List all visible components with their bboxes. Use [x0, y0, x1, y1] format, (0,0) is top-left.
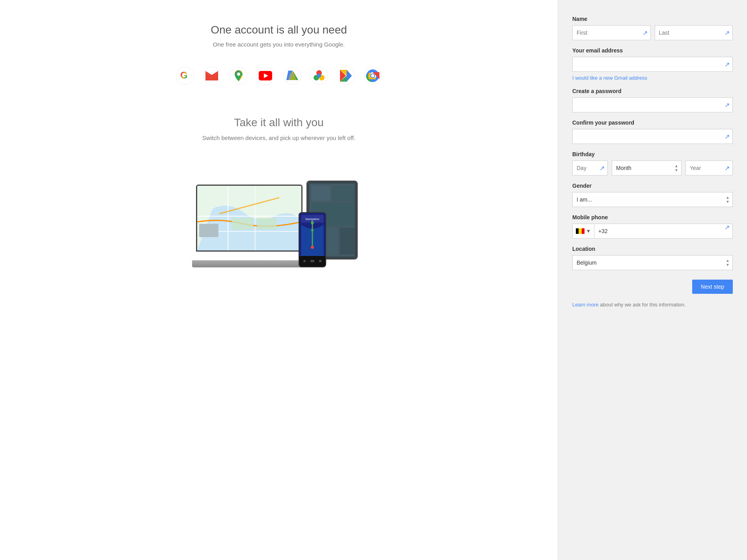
laptop-map-display — [197, 186, 301, 250]
birthday-label: Birthday — [572, 151, 733, 157]
maps-icon — [230, 67, 248, 85]
svg-rect-36 — [332, 186, 355, 201]
svg-point-23 — [371, 74, 374, 77]
location-label: Location — [572, 246, 733, 252]
product-icons-row: G G — [176, 67, 382, 85]
confirm-password-group: Confirm your password ↗ — [572, 119, 733, 144]
laptop-base — [192, 260, 306, 267]
birthday-month-select[interactable]: Month January February March April May J… — [612, 161, 682, 175]
main-subheadline: One free account gets you into everythin… — [213, 41, 345, 48]
svg-rect-31 — [199, 224, 218, 237]
left-panel: One account is all you need One free acc… — [0, 0, 558, 560]
name-label: Name — [572, 16, 733, 22]
photos-icon — [310, 67, 328, 85]
svg-rect-35 — [312, 186, 331, 201]
first-name-wrapper: ↗ — [572, 25, 651, 40]
password-input[interactable] — [572, 97, 733, 112]
phone-screen: Navigation — [299, 213, 325, 256]
name-group: Name ↗ ↗ — [572, 16, 733, 40]
confirm-password-input[interactable] — [572, 129, 733, 144]
phone-row: ▼ ↗ — [572, 224, 733, 239]
secondary-subheadline: Switch between devices, and pick up wher… — [202, 134, 355, 141]
email-input[interactable] — [572, 57, 733, 72]
gender-label: Gender — [572, 183, 733, 189]
chrome-icon — [364, 67, 382, 85]
location-group: Location Belgium France Germany United S… — [572, 246, 733, 270]
password-group: Create a password ↗ — [572, 88, 733, 112]
play-store-icon — [337, 67, 355, 85]
belgium-flag-icon — [576, 228, 585, 234]
next-step-button[interactable]: Next step — [692, 280, 733, 294]
flag-yellow-stripe — [579, 228, 581, 234]
flag-black-stripe — [576, 228, 579, 234]
youtube-icon — [256, 67, 275, 85]
next-step-row: Next step — [572, 280, 733, 294]
gmail-icon — [203, 67, 221, 85]
gender-group: Gender I am... Male Female Other ▲ ▼ — [572, 183, 733, 207]
birthday-day-input[interactable] — [572, 161, 608, 175]
drive-icon — [283, 67, 301, 85]
country-selector-button[interactable]: ▼ — [572, 224, 594, 239]
phone-device: Navigation — [299, 212, 326, 267]
footer-info: Learn more about why we ask for this inf… — [572, 302, 733, 308]
name-row: ↗ ↗ — [572, 25, 733, 40]
google-g-icon: G G — [176, 67, 194, 85]
laptop-screen — [196, 185, 303, 252]
birthday-year-wrapper: ↗ — [685, 161, 733, 175]
secondary-headline: Take it all with you — [234, 116, 323, 129]
phone-number-input[interactable] — [594, 224, 733, 239]
flag-red-stripe — [582, 228, 585, 234]
location-wrapper: Belgium France Germany United States Uni… — [572, 255, 733, 270]
gmail-link[interactable]: I would like a new Gmail address — [572, 75, 733, 81]
laptop-device — [196, 185, 314, 267]
birthday-year-input[interactable] — [685, 161, 733, 175]
last-name-input[interactable] — [655, 25, 733, 40]
svg-text:Navigation: Navigation — [305, 217, 319, 221]
last-name-wrapper: ↗ — [655, 25, 733, 40]
gender-select[interactable]: I am... Male Female Other — [572, 192, 733, 207]
birthday-row: ↗ Month January February March April May… — [572, 161, 733, 175]
password-label: Create a password — [572, 88, 733, 94]
birthday-group: Birthday ↗ Month January February March … — [572, 151, 733, 175]
location-select[interactable]: Belgium France Germany United States Uni… — [572, 255, 733, 270]
svg-point-5 — [237, 73, 240, 76]
svg-point-43 — [311, 221, 314, 224]
birthday-day-wrapper: ↗ — [572, 161, 608, 175]
dropdown-arrow-icon: ▼ — [586, 228, 591, 234]
gender-wrapper: I am... Male Female Other ▲ ▼ — [572, 192, 733, 207]
email-wrapper: ↗ — [572, 57, 733, 72]
svg-point-44 — [311, 246, 314, 249]
mobile-group: Mobile phone ▼ ↗ — [572, 214, 733, 239]
mobile-label: Mobile phone — [572, 214, 733, 220]
email-group: Your email address ↗ I would like a new … — [572, 47, 733, 81]
first-name-input[interactable] — [572, 25, 651, 40]
phone-input-wrapper: ↗ — [594, 224, 733, 239]
devices-illustration: Navigation — [196, 157, 362, 267]
svg-rect-29 — [232, 218, 253, 230]
email-label: Your email address — [572, 47, 733, 54]
password-wrapper: ↗ — [572, 97, 733, 112]
learn-more-link[interactable]: Learn more — [572, 302, 598, 308]
confirm-password-label: Confirm your password — [572, 119, 733, 126]
svg-rect-39 — [340, 228, 355, 254]
svg-text:G: G — [180, 70, 187, 80]
svg-point-18 — [317, 74, 321, 78]
footer-rest-text: about why we ask for this information. — [598, 302, 685, 308]
main-headline: One account is all you need — [211, 24, 347, 36]
signup-form-panel: Name ↗ ↗ Your email address ↗ I would li… — [558, 0, 747, 560]
birthday-month-wrapper: Month January February March April May J… — [612, 161, 682, 175]
svg-rect-30 — [257, 218, 276, 230]
confirm-password-wrapper: ↗ — [572, 129, 733, 144]
